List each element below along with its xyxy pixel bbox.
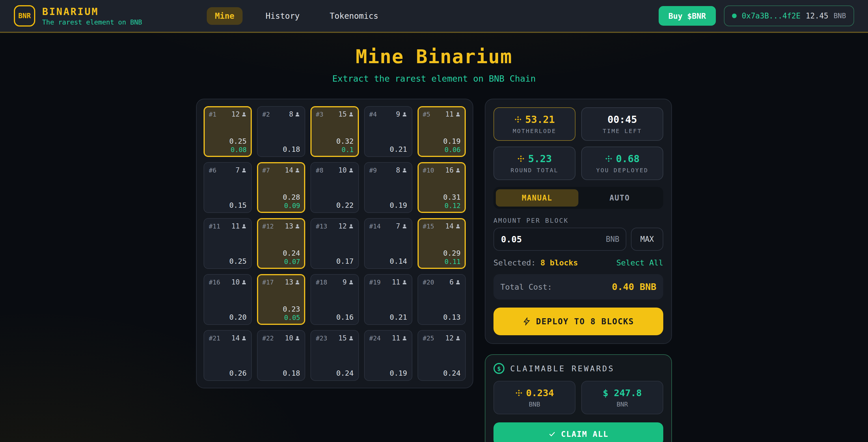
- grid-block[interactable]: #4 9 0.21: [364, 106, 412, 157]
- grid-block[interactable]: #11 11 0.25: [204, 218, 252, 269]
- claim-all-button[interactable]: CLAIM ALL: [494, 422, 663, 442]
- grid-block[interactable]: #13 12 0.17: [310, 218, 359, 269]
- grid-block[interactable]: #10 16 0.31 0.12: [417, 162, 466, 213]
- block-total-deposit: 0.32: [336, 137, 353, 145]
- nav-item-mine[interactable]: Mine: [207, 7, 242, 25]
- block-id: #16: [209, 279, 220, 286]
- miner-icon: [402, 168, 407, 173]
- grid-block[interactable]: #3 15 0.32 0.1: [310, 106, 359, 157]
- select-all-link[interactable]: Select All: [616, 258, 663, 267]
- max-button[interactable]: MAX: [631, 228, 663, 251]
- block-miner-count: 15: [338, 110, 354, 118]
- mining-grid: #1 12 0.25 0.08 #2: [196, 99, 473, 388]
- nav-item-tokenomics[interactable]: Tokenomics: [323, 7, 385, 25]
- stat-motherlode: 53.21 MOTHERLODE: [494, 107, 576, 141]
- block-id: #9: [369, 167, 377, 174]
- wallet-balance: 12.45: [806, 11, 828, 20]
- wallet-pill[interactable]: 0x7a3B...4f2E 12.45 BNB: [724, 5, 854, 26]
- block-id: #12: [262, 223, 274, 230]
- reward-bnb: 0.234 BNB: [494, 381, 576, 414]
- miner-icon: [348, 224, 354, 229]
- block-miner-count: 16: [445, 166, 461, 174]
- block-id: #10: [423, 167, 434, 174]
- stat-you-deployed: 0.68 YOU DEPLOYED: [581, 146, 663, 180]
- grid-block[interactable]: #16 10 0.20: [204, 274, 252, 325]
- block-total-deposit: 0.21: [390, 313, 407, 321]
- block-id: #17: [262, 279, 274, 286]
- block-total-deposit: 0.21: [390, 145, 407, 154]
- block-id: #3: [316, 111, 323, 118]
- grid-block[interactable]: #8 10 0.22: [310, 162, 359, 213]
- grid-block[interactable]: #9 8 0.19: [364, 162, 412, 213]
- miner-icon: [455, 112, 461, 117]
- grid-block[interactable]: #17 13 0.23 0.05: [257, 274, 305, 325]
- miner-icon: [402, 336, 407, 341]
- grid-block[interactable]: #1 12 0.25 0.08: [204, 106, 252, 157]
- check-icon: [548, 430, 556, 438]
- block-total-deposit: 0.19: [443, 137, 461, 145]
- bnb-icon: [517, 155, 525, 163]
- miner-icon: [241, 112, 247, 117]
- block-total-deposit: 0.13: [443, 313, 461, 321]
- wallet-address: 0x7a3B...4f2E: [742, 11, 801, 20]
- block-miner-count: 13: [285, 278, 300, 286]
- grid-block[interactable]: #7 14 0.28 0.09: [257, 162, 305, 213]
- rewards-title: CLAIMABLE REWARDS: [510, 364, 615, 373]
- deploy-button[interactable]: DEPLOY TO 8 BLOCKS: [494, 308, 663, 335]
- grid-block[interactable]: #23 15 0.24: [310, 330, 359, 381]
- grid-block[interactable]: #15 14 0.29 0.11: [417, 218, 466, 269]
- grid-block[interactable]: #6 7 0.15: [204, 162, 252, 213]
- miner-icon: [348, 112, 354, 117]
- block-your-deposit: 0.08: [229, 146, 247, 154]
- block-miner-count: 15: [338, 334, 354, 342]
- block-total-deposit: 0.16: [336, 313, 353, 321]
- block-id: #21: [209, 335, 220, 342]
- block-miner-count: 14: [445, 222, 461, 230]
- grid-block[interactable]: #24 11 0.19: [364, 330, 412, 381]
- miner-icon: [241, 224, 247, 229]
- grid-block[interactable]: #21 14 0.26: [204, 330, 252, 381]
- total-cost-label: Total Cost:: [500, 282, 552, 292]
- block-total-deposit: 0.18: [283, 145, 300, 154]
- miner-icon: [402, 279, 407, 285]
- block-id: #18: [316, 279, 327, 286]
- block-miner-count: 11: [445, 110, 461, 118]
- block-your-deposit: 0.11: [443, 258, 461, 265]
- block-miner-count: 9: [396, 110, 407, 118]
- grid-block[interactable]: #14 7 0.14: [364, 218, 412, 269]
- block-total-deposit: 0.14: [390, 257, 407, 265]
- block-total-deposit: 0.22: [336, 201, 353, 209]
- block-miner-count: 11: [231, 222, 247, 230]
- grid-block[interactable]: #18 9 0.16: [310, 274, 359, 325]
- miner-icon: [241, 168, 247, 173]
- block-id: #2: [262, 111, 270, 118]
- block-total-deposit: 0.31: [443, 193, 461, 201]
- block-miner-count: 11: [392, 278, 407, 286]
- miner-icon: [295, 112, 300, 117]
- block-your-deposit: 0.1: [336, 146, 353, 154]
- grid-block[interactable]: #25 12 0.24: [417, 330, 466, 381]
- deploy-panel: 53.21 MOTHERLODE 00:45 TIME LEFT 5.23: [485, 99, 672, 344]
- tab-auto[interactable]: AUTO: [578, 189, 661, 207]
- grid-block[interactable]: #2 8 0.18: [257, 106, 305, 157]
- grid-block[interactable]: #20 6 0.13: [417, 274, 466, 325]
- block-miner-count: 9: [342, 278, 353, 286]
- block-miner-count: 8: [289, 110, 300, 118]
- main-nav: Mine History Tokenomics: [207, 7, 385, 25]
- grid-block[interactable]: #5 11 0.19 0.06: [417, 106, 466, 157]
- block-id: #8: [316, 167, 323, 174]
- selected-count: 8 blocks: [540, 258, 578, 267]
- grid-block[interactable]: #19 11 0.21: [364, 274, 412, 325]
- grid-block[interactable]: #12 13 0.24 0.07: [257, 218, 305, 269]
- block-miner-count: 8: [396, 166, 407, 174]
- miner-icon: [402, 112, 407, 117]
- block-miner-count: 11: [392, 334, 407, 342]
- miner-icon: [295, 336, 300, 341]
- buy-bnr-button[interactable]: Buy $BNR: [659, 6, 716, 26]
- tab-manual[interactable]: MANUAL: [496, 189, 578, 207]
- grid-block[interactable]: #22 10 0.18: [257, 330, 305, 381]
- block-miner-count: 10: [285, 334, 300, 342]
- block-miner-count: 7: [396, 222, 407, 230]
- nav-item-history[interactable]: History: [259, 7, 307, 25]
- block-miner-count: 12: [445, 334, 461, 342]
